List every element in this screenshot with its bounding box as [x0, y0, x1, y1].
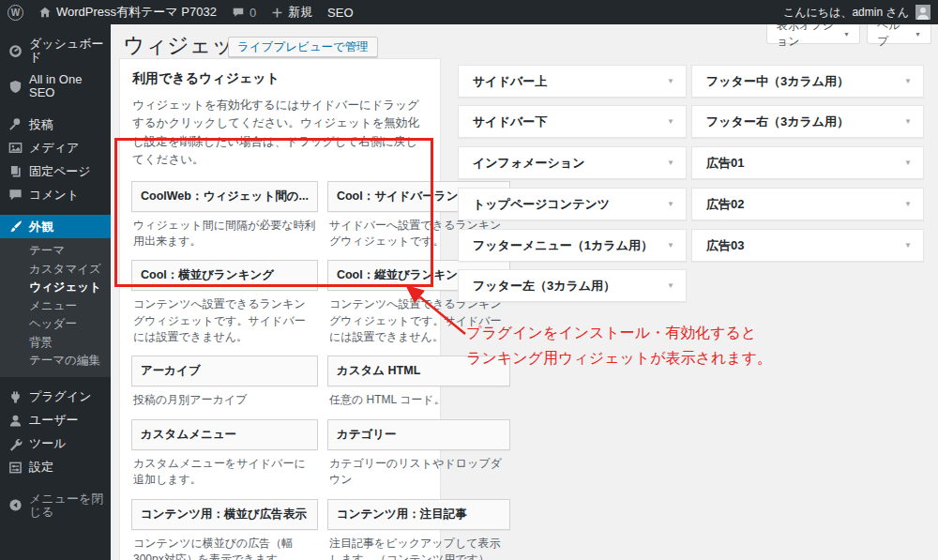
- wordpress-logo-menu[interactable]: W: [0, 0, 31, 24]
- toggle-chevron-icon[interactable]: ▼: [904, 200, 912, 208]
- submenu-item-themes[interactable]: テーマ: [0, 242, 111, 261]
- widget-area-footer-left-3col[interactable]: フッター左（3カラム用） ▼: [458, 269, 687, 302]
- widget-area-sidebar-bottom[interactable]: サイドバー下 ▼: [458, 105, 687, 138]
- sidebar-item-label: ツール: [29, 437, 67, 450]
- sidebar-item-label: 外観: [29, 220, 53, 234]
- sidebar-item-plugins[interactable]: プラグイン: [0, 386, 111, 409]
- widget-area-information[interactable]: インフォメーション ▼: [458, 146, 687, 179]
- sidebar-item-label: 設定: [29, 461, 53, 474]
- widget-area-title: フッター左（3カラム用）: [473, 278, 615, 295]
- sidebar-item-posts[interactable]: 投稿: [0, 113, 111, 136]
- widget-area-title: インフォメーション: [473, 155, 584, 172]
- toggle-chevron-icon[interactable]: ▼: [904, 241, 912, 250]
- widget-coolweb-spacer: CoolWeb：ウィジェット間の... ウィジェット間に間隔が必要な時利用出来ま…: [131, 181, 318, 258]
- widget-title-bar[interactable]: コンテンツ用：注目記事: [327, 499, 510, 530]
- sidebar-item-users[interactable]: ユーザー: [0, 409, 111, 432]
- widget-area-ad03[interactable]: 広告03 ▼: [691, 229, 924, 262]
- widget-title-bar[interactable]: アーカイブ: [131, 356, 318, 386]
- widget-cool-horizontal-ranking: Cool：横並びランキング コンテンツへ設置できるランキングウィジェットです。サ…: [131, 260, 318, 353]
- site-name-menu[interactable]: WordPress有料テーマ P7032: [31, 0, 224, 24]
- widget-title-bar[interactable]: コンテンツ用：横並び広告表示: [131, 499, 318, 530]
- widget-title-bar[interactable]: カテゴリー: [327, 419, 510, 450]
- pin-icon: [8, 117, 23, 131]
- sidebar-item-settings[interactable]: 設定: [0, 456, 111, 479]
- widgets-admin-screen: W WordPress有料テーマ P7032 0 新規 SEO こんにちは、ad…: [0, 0, 938, 560]
- annotation-text: プラグインをインストール・有効化すると ランキング用ウィジェットが表示されます。: [466, 320, 772, 371]
- comments-menu[interactable]: 0: [224, 0, 264, 24]
- toggle-chevron-icon[interactable]: ▼: [904, 117, 912, 126]
- media-icon: [8, 141, 23, 155]
- submenu-item-customize[interactable]: カスタマイズ: [0, 261, 111, 280]
- toggle-chevron-icon[interactable]: ▼: [667, 159, 674, 167]
- sidebar-item-tools[interactable]: ツール: [0, 432, 111, 456]
- sidebar-item-media[interactable]: メディア: [0, 136, 111, 159]
- widget-area-footer-right-3col[interactable]: フッター右（3カラム用） ▼: [691, 105, 924, 138]
- admin-sidebar: ダッシュボード All in One SEO 投稿 メディア 固定ページ: [0, 24, 111, 560]
- widget-area-title: トップページコンテンツ: [473, 196, 610, 213]
- toggle-chevron-icon[interactable]: ▼: [667, 241, 674, 250]
- help-button[interactable]: ヘルプ ▼: [867, 24, 931, 44]
- widget-content-featured-posts: コンテンツ用：注目記事 注目記事をピックアップして表示します。（コンテンツ用です…: [327, 499, 510, 560]
- new-content-menu[interactable]: 新規: [264, 0, 320, 24]
- toggle-chevron-icon[interactable]: ▼: [667, 200, 674, 208]
- tools-icon: [8, 437, 23, 451]
- home-icon: [38, 6, 52, 19]
- sidebar-item-collapse-menu[interactable]: メニューを閉じる: [0, 488, 111, 523]
- toggle-chevron-icon[interactable]: ▼: [667, 281, 674, 290]
- widget-title-bar[interactable]: Cool：横並びランキング: [131, 260, 318, 291]
- site-name-label: WordPress有料テーマ P7032: [56, 4, 217, 21]
- widget-title-bar[interactable]: CoolWeb：ウィジェット間の...: [131, 181, 318, 212]
- widget-categories: カテゴリー カテゴリーのリストやドロップダウン: [327, 419, 510, 496]
- sidebar-item-label: 固定ページ: [29, 165, 91, 178]
- widget-description: カスタムメニューをサイドバーに追加します。: [131, 450, 318, 496]
- widget-area-title: 広告01: [706, 155, 744, 172]
- sidebar-item-comments[interactable]: コメント: [0, 183, 111, 206]
- avatar[interactable]: [915, 5, 930, 20]
- seo-menu[interactable]: SEO: [320, 0, 360, 24]
- available-widgets-description: ウィジェットを有効化するにはサイドバーにドラッグするかクリックしてください。ウィ…: [132, 97, 428, 170]
- submenu-item-widgets[interactable]: ウィジェット: [0, 279, 111, 297]
- widget-area-title: 広告03: [706, 237, 744, 254]
- widget-area-footer-menu-1col[interactable]: フッターメニュー（1カラム用） ▼: [458, 229, 687, 262]
- toggle-chevron-icon[interactable]: ▼: [667, 77, 674, 85]
- sidebar-item-label: メディア: [29, 142, 79, 155]
- submenu-item-header[interactable]: ヘッダー: [0, 315, 111, 334]
- live-preview-button[interactable]: ライブプレビューで管理: [228, 37, 378, 57]
- widget-area-title: サイドバー下: [473, 114, 547, 130]
- sidebar-item-all-in-one-seo[interactable]: All in One SEO: [0, 68, 111, 104]
- widget-area-ad01[interactable]: 広告01 ▼: [691, 146, 924, 179]
- sidebar-item-label: ユーザー: [29, 414, 79, 427]
- toggle-chevron-icon[interactable]: ▼: [904, 159, 912, 167]
- toggle-chevron-icon[interactable]: ▼: [904, 77, 912, 85]
- widget-area-top-page-content[interactable]: トップページコンテンツ ▼: [458, 188, 687, 220]
- collapse-icon: [8, 498, 23, 512]
- widget-area-title: フッター中（3カラム用）: [706, 73, 849, 90]
- submenu-item-menus[interactable]: メニュー: [0, 297, 111, 316]
- sidebar-item-label: コメント: [29, 189, 79, 202]
- widget-area-ad02[interactable]: 広告02 ▼: [691, 188, 924, 220]
- widget-area-footer-center-3col[interactable]: フッター中（3カラム用） ▼: [691, 65, 924, 98]
- pages-icon: [8, 164, 23, 178]
- sidebar-item-appearance[interactable]: 外観: [0, 215, 111, 238]
- user-greeting[interactable]: こんにちは、admin さん: [783, 5, 909, 21]
- seo-label: SEO: [327, 6, 353, 20]
- wordpress-logo-icon: W: [8, 5, 23, 21]
- available-widgets-grid: CoolWeb：ウィジェット間の... ウィジェット間に間隔が必要な時利用出来ま…: [130, 181, 430, 560]
- chevron-down-icon: ▼: [843, 31, 850, 38]
- sidebar-item-dashboard[interactable]: ダッシュボード: [0, 33, 111, 68]
- widget-area-sidebar-top[interactable]: サイドバー上 ▼: [458, 65, 687, 98]
- widget-title-bar[interactable]: カスタムメニュー: [131, 419, 318, 450]
- sidebar-item-label: ダッシュボード: [29, 38, 111, 64]
- submenu-item-editor[interactable]: テーマの編集: [0, 352, 111, 371]
- widget-content-horizontal-ads: コンテンツ用：横並び広告表示 コンテンツに横並びの広告（幅300px対応）を表示…: [131, 499, 318, 560]
- sidebar-item-pages[interactable]: 固定ページ: [0, 159, 111, 183]
- settings-icon: [8, 461, 23, 475]
- annotation-line-2: ランキング用ウィジェットが表示されます。: [466, 345, 772, 371]
- available-widgets-heading: 利用できるウィジェット: [132, 70, 430, 87]
- submenu-item-background[interactable]: 背景: [0, 334, 111, 353]
- screen-options-button[interactable]: 表示オプション ▼: [766, 24, 860, 44]
- comment-icon: [8, 188, 23, 202]
- widget-description: 任意の HTML コード。: [327, 386, 510, 416]
- users-icon: [8, 414, 23, 428]
- toggle-chevron-icon[interactable]: ▼: [667, 117, 674, 126]
